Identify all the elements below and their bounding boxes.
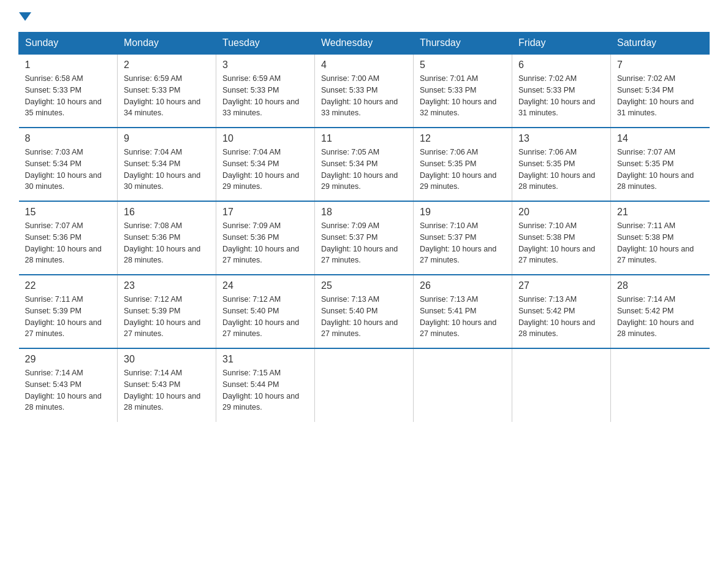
day-cell: 25 Sunrise: 7:13 AM Sunset: 5:40 PM Dayl… <box>315 275 414 348</box>
day-cell: 9 Sunrise: 7:04 AM Sunset: 5:34 PM Dayli… <box>118 128 216 201</box>
day-info: Sunrise: 7:14 AM Sunset: 5:43 PM Dayligh… <box>124 367 210 413</box>
day-cell: 18 Sunrise: 7:09 AM Sunset: 5:37 PM Dayl… <box>315 201 414 275</box>
header-day-wednesday: Wednesday <box>315 33 414 55</box>
day-number: 3 <box>222 59 308 71</box>
header-day-sunday: Sunday <box>19 33 118 55</box>
day-number: 7 <box>617 59 703 71</box>
header-day-thursday: Thursday <box>414 33 512 55</box>
day-cell: 30 Sunrise: 7:14 AM Sunset: 5:43 PM Dayl… <box>118 348 216 422</box>
day-number: 13 <box>518 133 604 144</box>
day-cell: 31 Sunrise: 7:15 AM Sunset: 5:44 PM Dayl… <box>216 348 315 422</box>
day-number: 9 <box>124 133 210 144</box>
day-info: Sunrise: 7:08 AM Sunset: 5:36 PM Dayligh… <box>124 220 210 266</box>
day-number: 12 <box>420 133 506 144</box>
day-cell: 10 Sunrise: 7:04 AM Sunset: 5:34 PM Dayl… <box>216 128 315 201</box>
day-cell: 2 Sunrise: 6:59 AM Sunset: 5:33 PM Dayli… <box>118 54 216 128</box>
day-number: 10 <box>222 133 308 144</box>
day-number: 25 <box>321 280 407 291</box>
week-row-4: 22 Sunrise: 7:11 AM Sunset: 5:39 PM Dayl… <box>19 275 710 348</box>
day-number: 2 <box>124 59 210 71</box>
day-cell: 14 Sunrise: 7:07 AM Sunset: 5:35 PM Dayl… <box>611 128 710 201</box>
day-number: 31 <box>222 354 308 365</box>
day-info: Sunrise: 7:13 AM Sunset: 5:42 PM Dayligh… <box>518 294 604 340</box>
day-cell: 24 Sunrise: 7:12 AM Sunset: 5:40 PM Dayl… <box>216 275 315 348</box>
day-info: Sunrise: 7:10 AM Sunset: 5:37 PM Dayligh… <box>420 220 506 266</box>
day-cell: 22 Sunrise: 7:11 AM Sunset: 5:39 PM Dayl… <box>19 275 118 348</box>
day-info: Sunrise: 6:59 AM Sunset: 5:33 PM Dayligh… <box>124 73 210 119</box>
day-number: 24 <box>222 280 308 291</box>
day-cell: 17 Sunrise: 7:09 AM Sunset: 5:36 PM Dayl… <box>216 201 315 275</box>
day-cell: 8 Sunrise: 7:03 AM Sunset: 5:34 PM Dayli… <box>19 128 118 201</box>
day-cell: 27 Sunrise: 7:13 AM Sunset: 5:42 PM Dayl… <box>512 275 611 348</box>
calendar-table: SundayMondayTuesdayWednesdayThursdayFrid… <box>18 32 710 422</box>
logo-icon <box>18 12 31 20</box>
day-number: 11 <box>321 133 407 144</box>
day-cell: 5 Sunrise: 7:01 AM Sunset: 5:33 PM Dayli… <box>414 54 512 128</box>
day-info: Sunrise: 7:02 AM Sunset: 5:33 PM Dayligh… <box>518 73 604 119</box>
day-number: 22 <box>25 280 112 291</box>
header-row: SundayMondayTuesdayWednesdayThursdayFrid… <box>19 33 710 55</box>
day-info: Sunrise: 7:11 AM Sunset: 5:39 PM Dayligh… <box>25 294 112 340</box>
day-number: 27 <box>518 280 604 291</box>
day-info: Sunrise: 7:12 AM Sunset: 5:40 PM Dayligh… <box>222 294 308 340</box>
day-cell: 20 Sunrise: 7:10 AM Sunset: 5:38 PM Dayl… <box>512 201 611 275</box>
day-cell: 7 Sunrise: 7:02 AM Sunset: 5:34 PM Dayli… <box>611 54 710 128</box>
day-info: Sunrise: 7:14 AM Sunset: 5:43 PM Dayligh… <box>25 367 112 413</box>
day-number: 1 <box>25 59 112 71</box>
day-cell <box>512 348 611 422</box>
day-info: Sunrise: 7:15 AM Sunset: 5:44 PM Dayligh… <box>222 367 308 413</box>
day-number: 19 <box>420 207 506 218</box>
page-header <box>18 12 710 20</box>
day-number: 30 <box>124 354 210 365</box>
day-info: Sunrise: 7:03 AM Sunset: 5:34 PM Dayligh… <box>25 147 112 193</box>
day-cell <box>315 348 414 422</box>
day-info: Sunrise: 7:01 AM Sunset: 5:33 PM Dayligh… <box>420 73 506 119</box>
day-info: Sunrise: 7:06 AM Sunset: 5:35 PM Dayligh… <box>518 147 604 193</box>
day-info: Sunrise: 7:06 AM Sunset: 5:35 PM Dayligh… <box>420 147 506 193</box>
header-day-monday: Monday <box>118 33 216 55</box>
day-cell: 6 Sunrise: 7:02 AM Sunset: 5:33 PM Dayli… <box>512 54 611 128</box>
day-number: 21 <box>617 207 703 218</box>
day-number: 28 <box>617 280 703 291</box>
day-info: Sunrise: 7:14 AM Sunset: 5:42 PM Dayligh… <box>617 294 703 340</box>
day-number: 17 <box>222 207 308 218</box>
day-info: Sunrise: 7:13 AM Sunset: 5:40 PM Dayligh… <box>321 294 407 340</box>
day-info: Sunrise: 7:04 AM Sunset: 5:34 PM Dayligh… <box>124 147 210 193</box>
day-cell: 21 Sunrise: 7:11 AM Sunset: 5:38 PM Dayl… <box>611 201 710 275</box>
day-cell: 1 Sunrise: 6:58 AM Sunset: 5:33 PM Dayli… <box>19 54 118 128</box>
day-cell: 28 Sunrise: 7:14 AM Sunset: 5:42 PM Dayl… <box>611 275 710 348</box>
day-cell <box>611 348 710 422</box>
day-cell: 19 Sunrise: 7:10 AM Sunset: 5:37 PM Dayl… <box>414 201 512 275</box>
header-day-tuesday: Tuesday <box>216 33 315 55</box>
day-info: Sunrise: 7:13 AM Sunset: 5:41 PM Dayligh… <box>420 294 506 340</box>
day-number: 23 <box>124 280 210 291</box>
day-cell: 13 Sunrise: 7:06 AM Sunset: 5:35 PM Dayl… <box>512 128 611 201</box>
day-info: Sunrise: 6:58 AM Sunset: 5:33 PM Dayligh… <box>25 73 112 119</box>
day-number: 14 <box>617 133 703 144</box>
day-info: Sunrise: 7:10 AM Sunset: 5:38 PM Dayligh… <box>518 220 604 266</box>
day-number: 16 <box>124 207 210 218</box>
week-row-5: 29 Sunrise: 7:14 AM Sunset: 5:43 PM Dayl… <box>19 348 710 422</box>
day-info: Sunrise: 6:59 AM Sunset: 5:33 PM Dayligh… <box>222 73 308 119</box>
day-cell: 26 Sunrise: 7:13 AM Sunset: 5:41 PM Dayl… <box>414 275 512 348</box>
day-number: 20 <box>518 207 604 218</box>
day-info: Sunrise: 7:11 AM Sunset: 5:38 PM Dayligh… <box>617 220 703 266</box>
day-info: Sunrise: 7:05 AM Sunset: 5:34 PM Dayligh… <box>321 147 407 193</box>
day-info: Sunrise: 7:02 AM Sunset: 5:34 PM Dayligh… <box>617 73 703 119</box>
day-info: Sunrise: 7:09 AM Sunset: 5:36 PM Dayligh… <box>222 220 308 266</box>
day-number: 5 <box>420 59 506 71</box>
day-number: 6 <box>518 59 604 71</box>
day-cell: 29 Sunrise: 7:14 AM Sunset: 5:43 PM Dayl… <box>19 348 118 422</box>
day-cell: 3 Sunrise: 6:59 AM Sunset: 5:33 PM Dayli… <box>216 54 315 128</box>
day-cell: 15 Sunrise: 7:07 AM Sunset: 5:36 PM Dayl… <box>19 201 118 275</box>
day-number: 8 <box>25 133 112 144</box>
day-info: Sunrise: 7:04 AM Sunset: 5:34 PM Dayligh… <box>222 147 308 193</box>
week-row-2: 8 Sunrise: 7:03 AM Sunset: 5:34 PM Dayli… <box>19 128 710 201</box>
day-info: Sunrise: 7:07 AM Sunset: 5:35 PM Dayligh… <box>617 147 703 193</box>
day-number: 29 <box>25 354 112 365</box>
week-row-3: 15 Sunrise: 7:07 AM Sunset: 5:36 PM Dayl… <box>19 201 710 275</box>
day-cell: 23 Sunrise: 7:12 AM Sunset: 5:39 PM Dayl… <box>118 275 216 348</box>
day-info: Sunrise: 7:00 AM Sunset: 5:33 PM Dayligh… <box>321 73 407 119</box>
day-info: Sunrise: 7:09 AM Sunset: 5:37 PM Dayligh… <box>321 220 407 266</box>
day-number: 15 <box>25 207 112 218</box>
